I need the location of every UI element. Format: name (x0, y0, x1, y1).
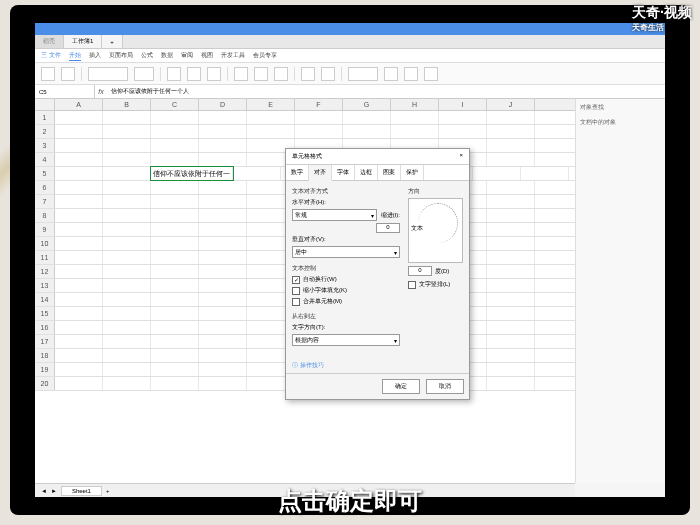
col-header[interactable]: B (103, 99, 151, 110)
cell[interactable] (55, 139, 103, 152)
row-header[interactable]: 9 (35, 223, 55, 236)
row-header[interactable]: 15 (35, 307, 55, 320)
merge-button[interactable] (301, 67, 315, 81)
cell[interactable] (343, 111, 391, 124)
dialog-tab-border[interactable]: 边框 (355, 165, 378, 180)
row-header[interactable]: 13 (35, 279, 55, 292)
file-menu[interactable]: 三 文件 (41, 51, 61, 60)
cell[interactable] (55, 349, 103, 362)
vertical-align-select[interactable]: 居中▾ (292, 246, 400, 258)
cell[interactable] (199, 265, 247, 278)
row-header[interactable]: 12 (35, 265, 55, 278)
cell[interactable] (151, 363, 199, 376)
filter-button[interactable] (424, 67, 438, 81)
cell[interactable] (55, 237, 103, 250)
cell[interactable] (151, 335, 199, 348)
dialog-tab-alignment[interactable]: 对齐 (309, 165, 332, 181)
ribbon-tab[interactable]: 公式 (141, 51, 153, 60)
cell[interactable] (391, 111, 439, 124)
cell[interactable] (103, 251, 151, 264)
cell[interactable] (103, 237, 151, 250)
cell[interactable] (103, 335, 151, 348)
orientation-control[interactable]: 文本 (408, 198, 463, 263)
cell[interactable] (103, 279, 151, 292)
col-header[interactable]: H (391, 99, 439, 110)
cell[interactable] (343, 125, 391, 138)
cell[interactable] (199, 335, 247, 348)
row-header[interactable]: 19 (35, 363, 55, 376)
degrees-input[interactable]: 0 (408, 266, 432, 276)
cell[interactable] (151, 251, 199, 264)
cell[interactable] (55, 223, 103, 236)
cell[interactable] (487, 335, 535, 348)
cell[interactable] (199, 139, 247, 152)
help-link[interactable]: ⓘ 操作技巧 (292, 362, 324, 368)
cell[interactable] (103, 363, 151, 376)
dialog-tab-number[interactable]: 数字 (286, 165, 309, 180)
cell[interactable] (391, 125, 439, 138)
cell[interactable] (103, 321, 151, 334)
cell[interactable] (487, 153, 535, 166)
ribbon-tab[interactable]: 开发工具 (221, 51, 245, 60)
cell[interactable] (55, 251, 103, 264)
cell[interactable] (247, 125, 295, 138)
fx-icon[interactable]: fx (95, 88, 107, 95)
cell[interactable] (103, 377, 151, 390)
cell[interactable] (55, 153, 103, 166)
cell[interactable] (151, 279, 199, 292)
row-header[interactable]: 20 (35, 377, 55, 390)
cell[interactable] (199, 307, 247, 320)
cell[interactable] (151, 153, 199, 166)
cell[interactable]: 信仰不应该依附于任何一 (151, 167, 233, 180)
cell[interactable] (487, 111, 535, 124)
cell[interactable] (55, 181, 103, 194)
indent-input[interactable]: 0 (376, 223, 400, 233)
cell[interactable] (55, 377, 103, 390)
cell[interactable] (55, 195, 103, 208)
cell[interactable] (487, 237, 535, 250)
cell[interactable] (487, 349, 535, 362)
cell[interactable] (151, 209, 199, 222)
cell[interactable] (151, 111, 199, 124)
cell[interactable] (55, 307, 103, 320)
cell[interactable] (199, 111, 247, 124)
cell[interactable] (151, 307, 199, 320)
app-tab-workbook[interactable]: 工作簿1 (64, 35, 102, 48)
dialog-tab-pattern[interactable]: 图案 (378, 165, 401, 180)
ribbon-tab[interactable]: 视图 (201, 51, 213, 60)
cell[interactable] (521, 167, 569, 180)
col-header[interactable]: E (247, 99, 295, 110)
cell[interactable] (199, 153, 247, 166)
horizontal-align-select[interactable]: 常规▾ (292, 209, 377, 221)
format-button[interactable] (348, 67, 378, 81)
row-header[interactable]: 5 (35, 167, 55, 180)
cell[interactable] (151, 321, 199, 334)
row-header[interactable]: 16 (35, 321, 55, 334)
cell[interactable] (103, 139, 151, 152)
cell[interactable] (151, 377, 199, 390)
cell[interactable] (473, 167, 521, 180)
col-header[interactable]: I (439, 99, 487, 110)
row-header[interactable]: 18 (35, 349, 55, 362)
cell[interactable] (55, 279, 103, 292)
cell[interactable] (199, 195, 247, 208)
paste-button[interactable] (41, 67, 55, 81)
cell[interactable] (55, 293, 103, 306)
col-header[interactable]: C (151, 99, 199, 110)
cut-button[interactable] (61, 67, 75, 81)
cell[interactable] (199, 125, 247, 138)
cell[interactable] (439, 125, 487, 138)
cell[interactable] (103, 167, 151, 180)
cell[interactable] (55, 125, 103, 138)
cell[interactable] (103, 111, 151, 124)
name-box[interactable]: C5 (35, 85, 95, 98)
ribbon-tab[interactable]: 开始 (69, 51, 81, 61)
cell[interactable] (247, 111, 295, 124)
cell[interactable] (151, 195, 199, 208)
row-header[interactable]: 6 (35, 181, 55, 194)
cell[interactable] (233, 167, 281, 180)
cell[interactable] (103, 265, 151, 278)
cell[interactable] (151, 223, 199, 236)
row-header[interactable]: 17 (35, 335, 55, 348)
cell[interactable] (55, 111, 103, 124)
